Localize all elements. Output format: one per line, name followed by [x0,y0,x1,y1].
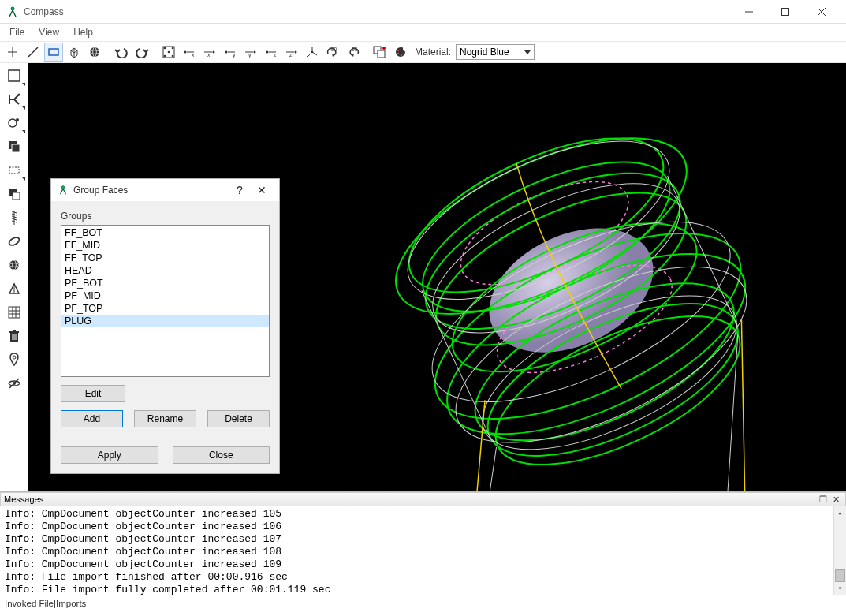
curve-tool[interactable] [5,114,24,133]
minimize-button[interactable] [731,0,767,24]
menu-file[interactable]: File [3,25,31,39]
svg-line-105 [312,400,625,491]
undo-button[interactable] [112,43,131,62]
messages-scrollbar[interactable]: ▴ ▾ [833,506,846,595]
svg-rect-58 [13,192,20,200]
tool-move-all[interactable] [159,43,178,62]
shape-subtract-tool[interactable] [5,185,24,203]
list-item[interactable]: PLUG [61,315,269,327]
palette-button[interactable] [391,43,410,62]
svg-text:z: z [289,52,293,58]
trash-tool[interactable] [5,327,24,345]
triangle-tool[interactable] [5,279,24,298]
list-item[interactable]: FF_TOP [61,252,269,264]
solid-tool[interactable] [5,256,24,274]
svg-point-104 [390,479,680,491]
tool-sphere[interactable] [85,43,104,62]
redo-button[interactable] [132,43,151,62]
add-button[interactable]: Add [61,410,123,427]
svg-rect-77 [13,330,16,331]
axes-3d[interactable] [303,43,322,62]
svg-point-66 [9,260,19,270]
grid-tool[interactable] [5,303,24,322]
tool-line[interactable] [24,43,43,62]
edit-mode-tool[interactable] [5,90,24,109]
groups-label: Groups [61,211,270,222]
svg-line-7 [28,47,38,57]
status-text: Invoked File|Imports [5,599,86,608]
scroll-down-icon[interactable]: ▾ [834,582,846,595]
list-item[interactable]: PF_BOT [61,277,269,289]
list-item[interactable]: PF_MID [61,289,269,302]
svg-point-24 [225,51,228,54]
svg-rect-55 [12,144,20,152]
list-item[interactable]: FF_MID [61,239,269,252]
menu-view[interactable]: View [32,25,65,39]
svg-point-111 [61,186,65,189]
axis-z-pos[interactable]: z [282,43,301,62]
box-select-tool[interactable] [5,66,24,85]
zipper-tool[interactable] [5,208,24,227]
apply-button[interactable]: Apply [61,446,158,464]
edit-button[interactable]: Edit [61,385,125,402]
svg-point-14 [172,47,174,50]
messages-float-button[interactable]: ❐ [817,495,829,505]
messages-title: Messages [4,495,817,504]
messages-body[interactable]: Info: CmpDocument objectCounter increase… [0,506,846,595]
axis-y-pos[interactable]: y [241,43,260,62]
menu-help[interactable]: Help [67,25,99,39]
close-dialog-button[interactable]: Close [173,446,270,464]
list-item[interactable]: PF_TOP [61,302,269,315]
visibility-off-tool[interactable] [5,374,24,393]
scroll-up-icon[interactable]: ▴ [834,506,846,519]
scroll-thumb[interactable] [835,569,845,582]
tool-rect[interactable] [44,43,63,62]
axis-y-neg[interactable]: y [221,43,240,62]
tool-point[interactable] [3,43,22,62]
svg-rect-56 [9,167,19,174]
capture-button[interactable] [371,43,389,62]
svg-rect-2 [782,8,789,15]
material-select[interactable]: Nogrid Blue [456,44,535,60]
svg-line-106 [617,319,846,491]
svg-point-47 [397,50,399,51]
svg-text:-90: -90 [350,47,358,52]
message-line: Info: File import finished after 00:00.9… [5,571,844,584]
rect-dash-tool[interactable] [5,161,24,180]
svg-text:y: y [248,52,252,58]
list-item[interactable]: FF_BOT [61,226,269,239]
svg-point-81 [13,356,16,359]
axis-z-neg[interactable]: z [262,43,281,62]
dialog-title: Group Faces [73,185,229,196]
maximize-button[interactable] [767,0,803,24]
svg-point-22 [213,51,215,54]
svg-line-109 [318,447,623,491]
message-line: Info: CmpDocument objectCounter increase… [5,558,844,571]
window-title: Compass [24,6,731,17]
statusbar: Invoked File|Imports [0,595,846,610]
svg-rect-70 [9,307,20,318]
dialog-close-button[interactable]: ✕ [251,184,273,196]
svg-text:x: x [207,52,211,58]
axis-x-pos[interactable]: x [200,43,219,62]
axis-x-neg[interactable]: x [180,43,199,62]
close-button[interactable] [803,0,840,24]
dialog-help-button[interactable]: ? [229,184,251,196]
messages-close-button[interactable]: ✕ [829,495,842,505]
svg-rect-45 [378,50,385,58]
rotate-minus90[interactable]: -90 [344,43,363,62]
list-item[interactable]: HEAD [61,264,269,277]
layers-tool[interactable] [5,137,24,156]
delete-button[interactable]: Delete [207,410,270,427]
app-icon [6,6,19,18]
svg-point-0 [11,7,14,10]
messages-header[interactable]: Messages ❐ ✕ [0,492,846,506]
rotate-plus90[interactable]: +90 [323,43,342,62]
tool-cube[interactable] [65,43,84,62]
measure-tool[interactable] [5,232,24,251]
message-line: Info: CmpDocument objectCounter increase… [5,521,844,533]
rename-button[interactable]: Rename [134,410,196,427]
pin-tool[interactable] [5,350,24,369]
svg-point-65 [7,236,20,247]
groups-listbox[interactable]: FF_BOTFF_MIDFF_TOPHEADPF_BOTPF_MIDPF_TOP… [61,225,270,377]
